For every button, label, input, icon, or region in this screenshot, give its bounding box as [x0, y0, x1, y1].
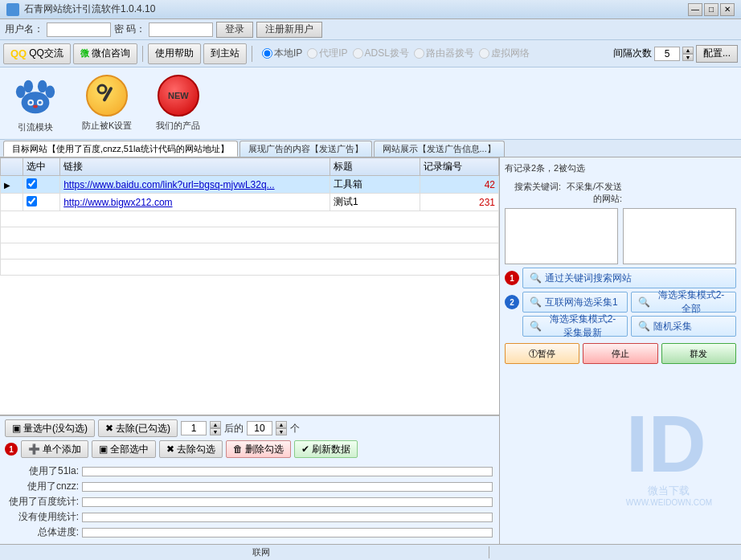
count-down-2[interactable]: ▼ — [276, 428, 287, 435]
search-keyword-input[interactable] — [505, 208, 618, 264]
status-label-51la: 使用了51la: — [6, 464, 79, 478]
home-button[interactable]: 到主站 — [203, 43, 247, 64]
no-collect-input[interactable] — [623, 208, 736, 264]
remove-checked-button[interactable]: ✖ 去除(已勾选) — [98, 419, 178, 437]
collect-new-icon: 🔍 — [530, 321, 542, 332]
wechat-icon: 微 — [80, 47, 89, 59]
bottom-controls: ▣ 量选中(没勾选) ✖ 去除(已勾选) ▲ ▼ 后的 ▲ — [0, 415, 499, 461]
row-check[interactable] — [23, 194, 59, 211]
interval-up[interactable]: ▲ — [682, 47, 694, 54]
send-button[interactable]: 群发 — [661, 343, 736, 364]
config-button[interactable]: 配置... — [696, 45, 738, 63]
col-title: 标题 — [330, 158, 420, 176]
table-container[interactable]: 选中 链接 标题 记录编号 ▶ https://www.baidu.com/li… — [0, 157, 499, 415]
ctrl-row-2: 1 ➕ 单个添加 ▣ 全部选中 ✖ 去除勾选 🗑 删 — [5, 440, 494, 458]
pause-button[interactable]: ①暂停 — [505, 343, 579, 364]
right-buttons: 1 🔍 通过关键词搜索网站 2 🔍 互联网海选采集1 🔍 海选采 — [505, 268, 736, 337]
new-product-label: 我们的产品 — [156, 120, 200, 132]
row-check[interactable] — [23, 176, 59, 194]
local-ip-option[interactable]: 本地IP — [262, 47, 302, 60]
tab-ad-content[interactable]: 展现广告的内容【发送广告】 — [239, 141, 372, 157]
main-wrapper: 目标网站【使用了百度,cnzz,51la统计代码的网站地址】 展现广告的内容【发… — [0, 140, 741, 544]
search-by-keyword-button[interactable]: 🔍 通过关键词搜索网站 — [522, 268, 736, 288]
count-input-1[interactable] — [181, 421, 207, 435]
status-label-baidu: 使用了百度统计: — [6, 495, 79, 509]
status-bar-none — [82, 513, 493, 522]
register-button[interactable]: 注册新用户 — [256, 22, 322, 38]
help-button[interactable]: 使用帮助 — [148, 43, 201, 64]
col-arrow — [1, 158, 23, 176]
count-up-2[interactable]: ▲ — [276, 421, 287, 428]
username-input[interactable] — [47, 22, 111, 37]
count-up-1[interactable]: ▲ — [210, 421, 221, 428]
collect-mode-2-new-button[interactable]: 🔍 海选采集模式2-采集最新 — [522, 316, 628, 337]
count-down-1[interactable]: ▼ — [210, 428, 221, 435]
status-bar-51la — [82, 467, 493, 476]
status-label-cnzz: 使用了cnzz: — [6, 480, 79, 493]
row-link: https://www.baidu.com/link?url=bgsq-mjvw… — [60, 176, 330, 194]
password-input[interactable] — [149, 22, 213, 37]
qq-button[interactable]: QQ QQ交流 — [3, 43, 71, 64]
btn1-row: 1 🔍 通过关键词搜索网站 — [505, 268, 736, 288]
select-icon: ▣ — [12, 423, 21, 434]
app-title: 石青网站统计引流软件1.0.4.10 — [24, 2, 688, 16]
tab-site-display[interactable]: 网站展示【发送广告信息...】 — [374, 141, 505, 157]
col-check: 选中 — [23, 158, 59, 176]
collect-mode-2-all-button[interactable]: 🔍 海选采集模式2-全部 — [631, 292, 736, 313]
select-all-button[interactable]: ▣ 全部选中 — [92, 440, 156, 458]
remove-unchecked-icon: ✖ — [166, 444, 174, 455]
maximize-button[interactable]: □ — [704, 3, 718, 16]
add-icon: ➕ — [28, 444, 40, 455]
interval-input[interactable] — [654, 47, 680, 61]
refresh-data-button[interactable]: ✔ 刷新数据 — [294, 440, 358, 458]
field-row-textareas — [505, 208, 736, 264]
login-button[interactable]: 登录 — [216, 22, 253, 38]
app-icon — [6, 3, 19, 16]
add-single-label: 单个添加 — [43, 443, 81, 456]
status-fields: 使用了51la: 使用了cnzz: 使用了百度统计: 没有使用统计: 总体进度: — [0, 461, 499, 544]
close-button[interactable]: ✕ — [720, 3, 735, 16]
delete-checked-button[interactable]: 🗑 删除勾选 — [226, 440, 291, 458]
table-row[interactable]: http://www.bigwx212.com 测试1 231 — [1, 194, 499, 211]
status-bar-baidu — [82, 497, 493, 507]
row-id: 231 — [420, 194, 499, 211]
step-indicator-2: 2 — [505, 295, 519, 309]
search-keyword-label-btn: 通过关键词搜索网站 — [545, 272, 632, 285]
add-single-button[interactable]: ➕ 单个添加 — [21, 440, 88, 458]
password-label: 密 码： — [114, 22, 145, 36]
watermark-id: ID — [626, 403, 712, 484]
random-collect-button[interactable]: 🔍 随机采集 — [631, 316, 736, 337]
remove-unchecked-button[interactable]: ✖ 去除勾选 — [159, 440, 223, 458]
left-panel: 选中 链接 标题 记录编号 ▶ https://www.baidu.com/li… — [0, 157, 500, 544]
qq-icon: QQ — [10, 47, 27, 59]
status-row-51la: 使用了51la: — [6, 464, 493, 478]
internet-collect-1-button[interactable]: 🔍 互联网海选采集1 — [522, 292, 628, 313]
protection-icon-item[interactable]: 防止被K设置 — [82, 75, 132, 132]
delete-checked-label: 删除勾选 — [245, 443, 284, 456]
tab-target-sites[interactable]: 目标网站【使用了百度,cnzz,51la统计代码的网站地址】 — [3, 141, 238, 157]
login-bar: 用户名： 密 码： 登录 注册新用户 — [0, 19, 741, 40]
stop-button[interactable]: 停止 — [583, 343, 657, 364]
wechat-button[interactable]: 微 微信咨询 — [73, 43, 137, 64]
status-label-overall: 总体进度: — [6, 525, 79, 539]
minimize-button[interactable]: — — [688, 3, 702, 16]
count-input-2[interactable] — [247, 421, 272, 435]
status-bar: 联网 — [0, 544, 741, 560]
vpn-option[interactable]: 虚拟网络 — [479, 47, 530, 60]
toolbar: QQ QQ交流 微 微信咨询 使用帮助 到主站 本地IP 代理IP ADSL拨号… — [0, 40, 741, 67]
router-ip-option[interactable]: 路由器拨号 — [414, 47, 474, 60]
proxy-ip-option[interactable]: 代理IP — [307, 47, 347, 60]
select-unchecked-button[interactable]: ▣ 量选中(没勾选) — [5, 419, 95, 437]
data-table: 选中 链接 标题 记录编号 ▶ https://www.baidu.com/li… — [0, 157, 499, 276]
watermark-url: WWW.WEIDOWN.COM — [626, 498, 712, 507]
record-info: 有记录2条，2被勾选 — [505, 162, 736, 174]
after-label: 后的 — [224, 422, 244, 435]
table-row[interactable]: ▶ https://www.baidu.com/link?url=bgsq-mj… — [1, 176, 499, 194]
adsl-ip-option[interactable]: ADSL拨号 — [353, 47, 409, 60]
yinliu-icon-item[interactable]: 引流模块 — [13, 73, 58, 133]
window-controls: — □ ✕ — [688, 3, 735, 16]
btn3-row: 🔍 海选采集模式2-采集最新 🔍 随机采集 — [522, 316, 736, 337]
new-product-icon-item[interactable]: NEW 我们的产品 — [156, 75, 200, 132]
interval-down[interactable]: ▼ — [682, 54, 694, 61]
svg-point-11 — [98, 85, 106, 93]
